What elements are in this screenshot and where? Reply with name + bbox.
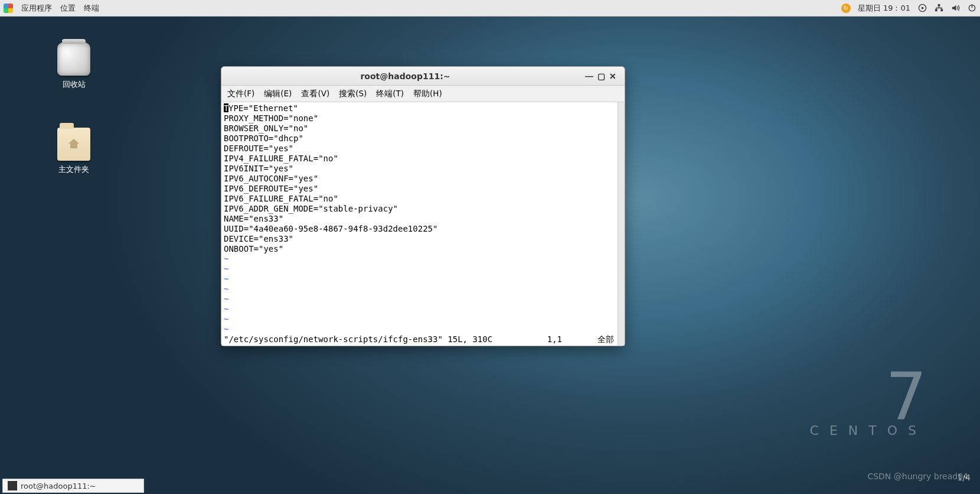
gnome-logo-icon — [4, 4, 13, 13]
window-titlebar[interactable]: root@hadoop111:~ — ▢ ✕ — [221, 67, 625, 86]
term-line: IPV6_DEFROUTE="yes" — [224, 184, 622, 194]
term-line: IPV4_FAILURE_FATAL="no" — [224, 154, 622, 164]
term-line: DEVICE="ens33" — [224, 234, 622, 244]
vim-tilde: ~ — [224, 304, 622, 314]
trash-icon — [57, 43, 90, 76]
scrollbar[interactable] — [618, 102, 625, 346]
vim-tilde: ~ — [224, 274, 622, 284]
vim-status-line: "/etc/sysconfig/network-scripts/ifcfg-en… — [224, 334, 622, 344]
centos-seven: 7 — [810, 371, 927, 423]
vim-tilde: ~ — [224, 264, 622, 274]
desktop-icon-home[interactable]: 主文件夹 — [47, 128, 100, 175]
menu-terminal[interactable]: 终端 — [84, 3, 99, 14]
vim-status-file: "/etc/sysconfig/network-scripts/ifcfg-en… — [224, 334, 492, 344]
term-line: NAME="ens33" — [224, 214, 622, 224]
menu-view[interactable]: 查看(V) — [301, 89, 329, 99]
desktop-icon-trash[interactable]: 回收站 — [47, 43, 100, 90]
centos-branding: 7 CENTOS — [810, 371, 927, 438]
minimize-button[interactable]: — — [583, 72, 595, 81]
close-button[interactable]: ✕ — [607, 72, 619, 81]
menu-edit[interactable]: 编辑(E) — [264, 89, 292, 99]
terminal-menubar: 文件(F) 编辑(E) 查看(V) 搜索(S) 终端(T) 帮助(H) — [221, 86, 625, 102]
svg-point-1 — [921, 7, 923, 9]
term-line: IPV6_AUTOCONF="yes" — [224, 174, 622, 184]
bottom-taskbar: root@hadoop111:~ — [0, 477, 146, 494]
term-line: IPV6_FAILURE_FATAL="no" — [224, 194, 622, 204]
clock[interactable]: 星期日 19：01 — [858, 3, 910, 14]
term-line: PROXY_METHOD="none" — [224, 113, 622, 124]
vim-status-pos: 1,1 — [547, 334, 562, 344]
term-line: IPV6INIT="yes" — [224, 164, 622, 174]
network-icon[interactable] — [934, 4, 943, 13]
home-folder-icon — [57, 128, 90, 161]
term-line: DEFROUTE="yes" — [224, 144, 622, 154]
maximize-button[interactable]: ▢ — [595, 72, 607, 81]
svg-rect-4 — [940, 9, 943, 11]
term-line: BROWSER_ONLY="no" — [224, 124, 622, 134]
csdn-watermark: CSDN @hungry bread04 — [867, 472, 968, 481]
accessibility-icon[interactable] — [917, 4, 927, 13]
volume-icon[interactable] — [950, 4, 960, 13]
menu-places[interactable]: 位置 — [60, 3, 76, 14]
term-line: IPV6_ADDR_GEN_MODE="stable-privacy" — [224, 204, 622, 214]
home-label: 主文件夹 — [47, 164, 100, 175]
menu-applications[interactable]: 应用程序 — [21, 3, 52, 14]
term-line: UUID="4a40ea60-95e8-4867-94f8-93d2dee102… — [224, 224, 622, 234]
terminal-window: root@hadoop111:~ — ▢ ✕ 文件(F) 编辑(E) 查看(V)… — [221, 66, 625, 346]
trash-label: 回收站 — [47, 79, 100, 90]
page-number: 1/4 — [957, 473, 971, 482]
menu-file[interactable]: 文件(F) — [227, 89, 254, 99]
taskbar-item-label: root@hadoop111:~ — [21, 482, 96, 490]
vim-tilde: ~ — [224, 324, 622, 334]
menu-help[interactable]: 帮助(H) — [413, 89, 442, 99]
vim-tilde: ~ — [224, 314, 622, 324]
power-icon[interactable] — [967, 4, 976, 13]
update-notification-icon[interactable]: ↻ — [841, 4, 851, 13]
vim-tilde: ~ — [224, 284, 622, 294]
centos-name: CENTOS — [810, 423, 927, 438]
svg-rect-3 — [935, 9, 937, 11]
terminal-icon — [8, 481, 17, 490]
svg-rect-6 — [971, 4, 972, 8]
vim-tilde: ~ — [224, 254, 622, 264]
svg-rect-2 — [937, 4, 940, 6]
menu-terminal-m[interactable]: 终端(T) — [376, 89, 404, 99]
menu-search[interactable]: 搜索(S) — [339, 89, 367, 99]
top-panel: 应用程序 位置 终端 ↻ 星期日 19：01 — [0, 0, 980, 17]
term-line: ONBOOT="yes" — [224, 244, 622, 254]
vim-status-pct: 全部 — [597, 334, 614, 344]
vim-tilde: ~ — [224, 294, 622, 304]
window-title: root@hadoop111:~ — [227, 72, 583, 81]
taskbar-item-terminal[interactable]: root@hadoop111:~ — [2, 479, 144, 493]
terminal-body[interactable]: TYPE="Ethernet" PROXY_METHOD="none" BROW… — [221, 102, 625, 346]
term-line: BOOTPROTO="dhcp" — [224, 134, 622, 144]
term-line: TYPE="Ethernet" — [224, 103, 622, 113]
